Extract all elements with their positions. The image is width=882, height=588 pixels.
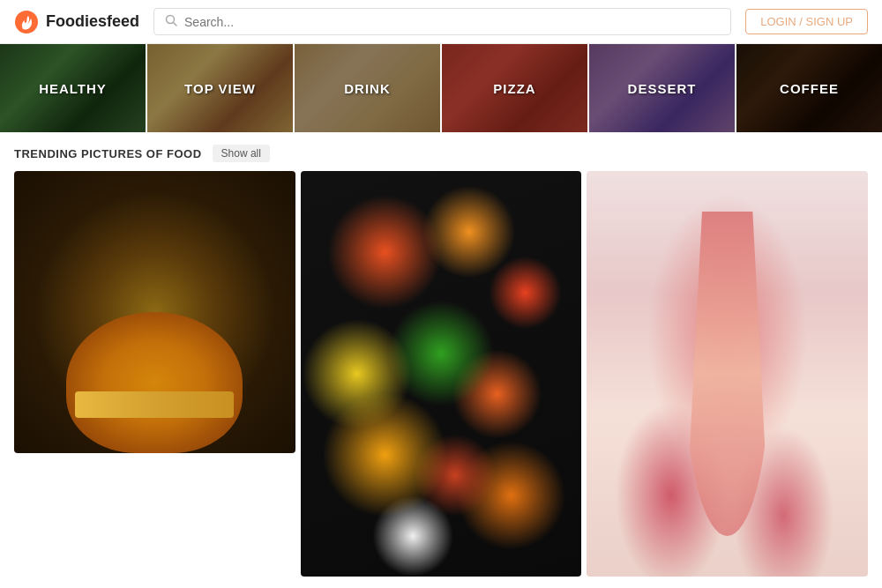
header: Foodiesfeed LOGIN / SIGN UP	[0, 0, 882, 44]
category-label-dessert: DESSERT	[628, 81, 697, 96]
category-label-topview: TOP VIEW	[184, 81, 256, 96]
image-col-2	[587, 171, 868, 577]
trending-header: TRENDING PICTURES OF FOOD Show all	[0, 132, 882, 171]
burger-image[interactable]	[14, 171, 295, 453]
category-pizza[interactable]: PIZZA	[442, 44, 587, 132]
category-label-pizza: PIZZA	[493, 81, 535, 96]
category-drink[interactable]: DRINK	[295, 44, 440, 132]
strawberry-image[interactable]	[587, 171, 868, 577]
category-coffee[interactable]: COFFEE	[736, 44, 882, 132]
category-topview[interactable]: TOP VIEW	[147, 44, 293, 132]
show-all-button[interactable]: Show all	[213, 145, 270, 162]
category-label-healthy: HEALTHY	[39, 81, 107, 96]
search-bar[interactable]	[153, 8, 731, 35]
image-grid	[0, 171, 882, 588]
logo[interactable]: Foodiesfeed	[14, 10, 139, 34]
trending-title: TRENDING PICTURES OF FOOD	[14, 147, 202, 160]
image-col-1	[301, 171, 582, 577]
search-icon	[165, 14, 177, 29]
logo-icon	[14, 10, 39, 34]
svg-line-2	[174, 23, 177, 26]
category-strip: HEALTHYTOP VIEWDRINKPIZZADESSERTCOFFEE	[0, 44, 882, 132]
search-input[interactable]	[184, 15, 720, 29]
category-dessert[interactable]: DESSERT	[589, 44, 735, 132]
image-col-0	[14, 171, 295, 577]
category-label-drink: DRINK	[344, 81, 391, 96]
login-button[interactable]: LOGIN / SIGN UP	[745, 9, 868, 34]
logo-text: Foodiesfeed	[46, 12, 139, 31]
vegetables-image[interactable]	[301, 171, 582, 577]
category-label-coffee: COFFEE	[780, 81, 839, 96]
category-healthy[interactable]: HEALTHY	[0, 44, 146, 132]
